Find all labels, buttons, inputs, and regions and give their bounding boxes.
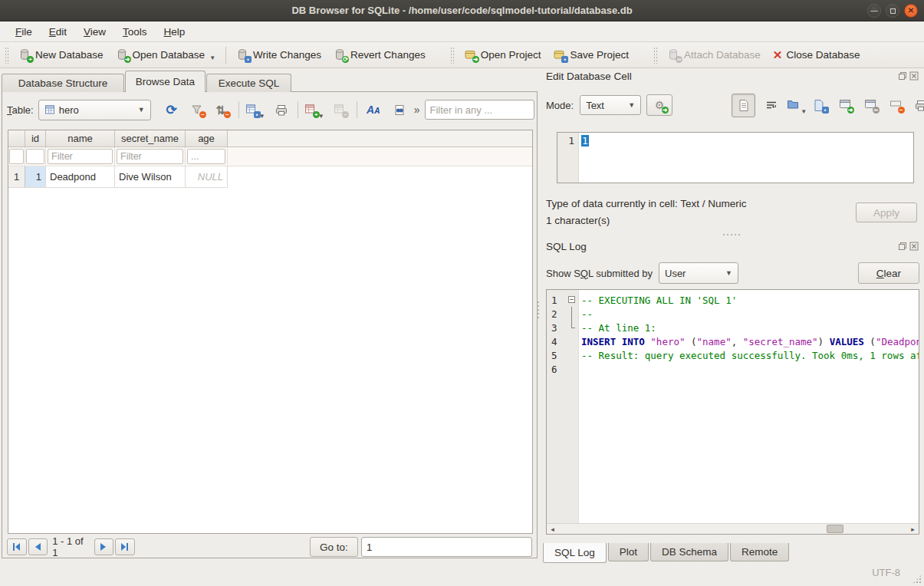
menu-view[interactable]: View — [76, 24, 113, 40]
close-dock-icon[interactable] — [909, 71, 919, 81]
dock-tab-remote[interactable]: Remote — [730, 543, 789, 561]
filter-input-name[interactable] — [48, 149, 113, 164]
column-header-secret-name[interactable]: secret_name — [115, 130, 186, 147]
filter-input-id[interactable] — [26, 149, 44, 164]
attach-database-button[interactable]: ∞ Attach Database — [661, 45, 767, 64]
dock-tab-db-schema[interactable]: DB Schema — [650, 543, 728, 561]
float-dock-icon[interactable] — [898, 242, 907, 251]
save-project-button[interactable]: ▪ Save Project — [547, 45, 635, 64]
minimize-button[interactable]: — — [867, 4, 881, 18]
mode-label: Mode: — [546, 100, 574, 111]
auto-switch-mode-button[interactable]: ⚙➜ — [646, 94, 672, 116]
new-database-icon: + — [18, 48, 31, 61]
tab-execute-sql[interactable]: Execute SQL — [206, 74, 291, 92]
table-combo[interactable]: hero ▼ — [38, 100, 151, 120]
find-in-cells-button[interactable] — [390, 100, 409, 120]
insert-record-button[interactable]: + ▼ — [304, 100, 324, 120]
menu-tools[interactable]: Tools — [115, 24, 155, 40]
filter-any-input[interactable] — [425, 100, 534, 120]
fold-collapse-icon[interactable]: − — [568, 296, 575, 303]
import-dropdown-icon[interactable]: ▼ — [801, 108, 807, 115]
apply-button[interactable]: Apply — [856, 202, 917, 222]
column-header-name[interactable]: name — [46, 130, 115, 147]
app-window: DB Browser for SQLite - /home/user/code/… — [0, 0, 924, 586]
last-page-button[interactable] — [115, 538, 135, 555]
text-mode-button[interactable] — [732, 94, 755, 117]
horizontal-scrollbar[interactable]: ◂ ▸ — [547, 523, 919, 534]
titlebar[interactable]: DB Browser for SQLite - /home/user/code/… — [0, 0, 924, 21]
set-null-button[interactable]: − — [886, 95, 905, 115]
open-database-icon: ➜ — [116, 48, 129, 61]
corner-header[interactable] — [8, 130, 25, 147]
submitted-by-combo[interactable]: User▼ — [659, 262, 738, 284]
first-page-button[interactable] — [7, 538, 27, 555]
clear-filter-icon: − — [191, 104, 204, 117]
mode-combo[interactable]: Text▼ — [580, 95, 641, 115]
open-external-button[interactable]: ➜ — [836, 95, 854, 115]
tab-browse-data[interactable]: Browse Data — [125, 71, 206, 92]
column-header-age[interactable]: age — [186, 130, 228, 147]
scrollbar-thumb[interactable] — [827, 525, 843, 533]
clear-button[interactable]: Clear — [858, 262, 919, 284]
close-database-button[interactable]: ✕ Close Database — [767, 45, 866, 65]
filter-input-age[interactable] — [187, 149, 225, 164]
toolbar-drag-handle[interactable] — [450, 47, 455, 64]
dock-tab-bar: SQL Log Plot DB Schema Remote — [543, 543, 791, 563]
open-project-button[interactable]: ➜ Open Project — [458, 45, 547, 64]
scroll-left-icon[interactable]: ◂ — [547, 525, 557, 534]
next-page-icon — [100, 542, 107, 551]
toolbar-overflow-chevron[interactable]: » — [414, 104, 420, 116]
filter-input-secret-name[interactable] — [117, 149, 183, 164]
open-link-button[interactable]: ∞ — [861, 95, 880, 115]
dock-splitter-handle[interactable] — [723, 234, 740, 235]
prev-page-button[interactable] — [28, 538, 48, 555]
edit-cell-title: Edit Database Cell — [546, 71, 632, 82]
close-dock-icon[interactable] — [909, 242, 919, 251]
maximize-button[interactable] — [886, 4, 899, 18]
open-database-dropdown-icon[interactable]: ▼ — [209, 54, 215, 61]
toolbar-drag-handle[interactable] — [653, 47, 658, 64]
cell-id[interactable]: 1 — [25, 166, 46, 188]
import-data-button[interactable]: ▼ — [788, 95, 806, 115]
fold-margin[interactable]: − — [567, 293, 579, 307]
cell-age[interactable]: NULL — [186, 166, 228, 188]
menu-file[interactable]: File — [8, 24, 40, 40]
new-database-button[interactable]: + New Database — [12, 45, 110, 64]
open-project-icon: ➜ — [464, 48, 477, 61]
cell-name[interactable]: Deadpond — [46, 166, 115, 188]
clear-filters-button[interactable]: − — [188, 100, 208, 120]
cell-editor[interactable]: 1 1 — [557, 132, 914, 183]
close-button[interactable]: ✕ — [904, 4, 918, 18]
dock-tab-plot[interactable]: Plot — [608, 543, 649, 561]
save-file-icon: ▪ — [814, 99, 827, 112]
sql-log-editor[interactable]: 1 − -- EXECUTING ALL IN 'SQL 1' 2 -- 3 -… — [546, 289, 919, 535]
print-records-button[interactable] — [271, 100, 291, 120]
row-header[interactable]: 1 — [8, 166, 25, 188]
scroll-right-icon[interactable]: ▸ — [908, 525, 918, 534]
tab-database-structure[interactable]: Database Structure — [2, 74, 124, 92]
dock-tab-sql-log[interactable]: SQL Log — [543, 543, 607, 563]
export-data-button[interactable]: ▪ — [811, 95, 829, 115]
toolbar-drag-handle[interactable] — [5, 47, 9, 64]
goto-input[interactable] — [361, 537, 532, 557]
next-page-button[interactable] — [94, 538, 114, 555]
copy-record-button[interactable]: ▪ ▼ — [245, 100, 265, 120]
clear-sorting-button[interactable]: ⇅− — [212, 100, 232, 120]
grid-header-row: id name secret_name age — [8, 130, 532, 147]
grid-filter-row — [8, 147, 532, 166]
delete-record-button[interactable]: − — [330, 100, 350, 120]
menu-help[interactable]: Help — [156, 24, 193, 40]
revert-changes-button[interactable]: ⟳ Revert Changes — [327, 45, 432, 64]
float-dock-icon[interactable] — [898, 71, 907, 81]
filter-input-id-rownum[interactable] — [9, 149, 24, 164]
column-header-id[interactable]: id — [25, 130, 46, 147]
goto-button[interactable]: Go to: — [310, 537, 358, 557]
cell-secret-name[interactable]: Dive Wilson — [115, 166, 186, 188]
refresh-button[interactable]: ⟳ — [162, 100, 182, 120]
open-database-button[interactable]: ➜ Open Database ▼ — [110, 45, 222, 64]
edit-display-format-button[interactable]: AA — [363, 100, 383, 120]
write-changes-button[interactable]: ▪ Write Changes — [230, 45, 327, 64]
print-cell-button[interactable] — [912, 95, 924, 115]
word-wrap-button[interactable] — [762, 95, 781, 115]
menu-edit[interactable]: Edit — [41, 24, 74, 40]
